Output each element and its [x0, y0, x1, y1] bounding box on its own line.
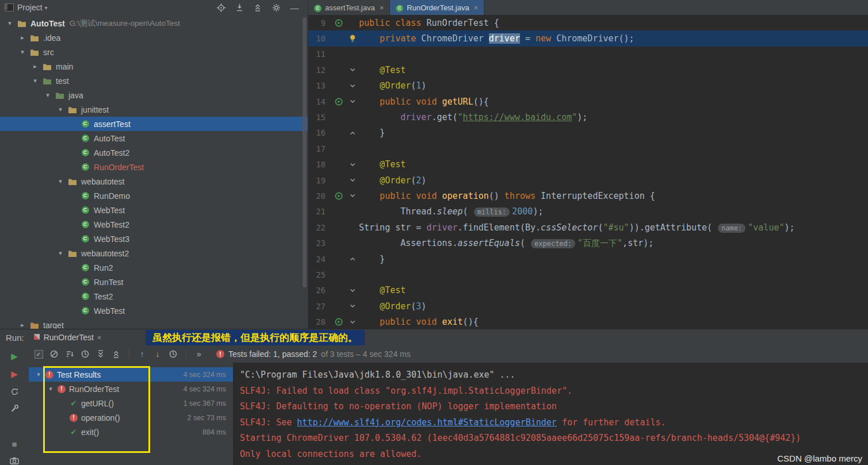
show-passed-checkbox[interactable]: ✓: [33, 349, 44, 359]
tree-item[interactable]: ▾AutoTestG:\测试\measure-open\AutoTest: [0, 16, 308, 30]
tree-item[interactable]: ▾webautotest: [0, 174, 308, 189]
expander-right-icon[interactable]: ▸: [16, 34, 29, 41]
stop-icon[interactable]: ■: [9, 439, 20, 449]
fold-down-icon[interactable]: [346, 178, 359, 182]
tree-item[interactable]: CRun2: [0, 260, 308, 275]
code-line[interactable]: 16}: [308, 125, 868, 141]
code-line[interactable]: 9public class RunOrderTest {: [308, 15, 868, 30]
test-tree-item[interactable]: ▾!Test Results4 sec 324 ms: [29, 367, 233, 382]
fold-down-icon[interactable]: [346, 194, 359, 198]
collapse-all-icon[interactable]: [253, 2, 263, 13]
code-line[interactable]: 26@Test: [308, 283, 868, 298]
tree-item[interactable]: ▾test: [0, 74, 308, 88]
code-line[interactable]: 10private ChromeDriver driver = new Chro…: [308, 30, 868, 46]
close-icon[interactable]: ×: [380, 3, 384, 12]
close-icon[interactable]: ×: [97, 333, 102, 342]
hide-panel-icon[interactable]: —: [289, 2, 300, 13]
fold-up-icon[interactable]: [346, 257, 359, 261]
tree-item[interactable]: ▾src: [0, 45, 308, 59]
code-line[interactable]: 22String str = driver.findElement(By.css…: [308, 220, 868, 235]
fold-down-icon[interactable]: [346, 320, 359, 324]
collapse-all-icon[interactable]: [111, 349, 121, 359]
tree-item[interactable]: ▸target: [0, 318, 308, 330]
sort-by-duration-icon[interactable]: [80, 349, 90, 359]
select-opened-file-icon[interactable]: [216, 2, 226, 13]
tree-item[interactable]: CAutoTest: [0, 131, 308, 145]
code-line[interactable]: 23Assertions.assertEquals( expected:"百度一…: [308, 235, 868, 251]
code-line[interactable]: 24}: [308, 251, 868, 267]
console-link[interactable]: http://www.slf4j.org/codes.html#StaticLo…: [297, 417, 557, 428]
tree-item[interactable]: CAutoTest2: [0, 145, 308, 160]
fold-down-icon[interactable]: [346, 99, 359, 103]
expander-down-icon[interactable]: ▾: [33, 371, 44, 378]
test-tree-item[interactable]: ✔getURL()1 sec 367 ms: [29, 396, 233, 410]
screenshot-icon[interactable]: [9, 456, 20, 465]
run-tab[interactable]: RunOrderTest ×: [33, 333, 102, 342]
expander-down-icon[interactable]: ▾: [54, 249, 67, 257]
code-line[interactable]: 14public void getURL(){: [308, 94, 868, 109]
expander-down-icon[interactable]: ▾: [16, 48, 29, 56]
fold-down-icon[interactable]: [346, 68, 359, 72]
tree-item[interactable]: ▾junittest: [0, 102, 308, 117]
tree-item[interactable]: CTest2: [0, 289, 308, 303]
expand-all-icon[interactable]: [95, 349, 106, 359]
next-failed-icon[interactable]: ↓: [152, 349, 163, 359]
test-history-icon[interactable]: [168, 349, 178, 359]
tool-window-icon[interactable]: [5, 3, 14, 11]
code-line[interactable]: 27@Order(3): [308, 298, 868, 314]
run-test-icon[interactable]: [331, 192, 346, 200]
project-panel-title[interactable]: Project ▾: [17, 3, 48, 12]
tree-item[interactable]: ▸main: [0, 59, 308, 74]
tree-item[interactable]: ▾webautotest2: [0, 246, 308, 260]
code-line[interactable]: 21Thread.sleep( millis:2000);: [308, 204, 868, 220]
code-line[interactable]: 11: [308, 47, 868, 62]
previous-failed-icon[interactable]: ↑: [137, 349, 147, 359]
tree-item[interactable]: CWebTest2: [0, 217, 308, 232]
code-line[interactable]: 18@Test: [308, 157, 868, 172]
run-test-icon[interactable]: [331, 98, 346, 106]
fold-up-icon[interactable]: [346, 131, 359, 135]
settings-gear-icon[interactable]: [271, 2, 281, 13]
code-line[interactable]: 12@Test: [308, 62, 868, 78]
sort-alphabetically-icon[interactable]: [64, 349, 75, 359]
editor-tab[interactable]: CRunOrderTest.java×: [390, 0, 484, 15]
expander-right-icon[interactable]: ▸: [29, 63, 41, 70]
editor-tab[interactable]: CassertTest.java×: [308, 0, 390, 15]
test-tree-item[interactable]: ▾!RunOrderTest4 sec 324 ms: [29, 382, 233, 396]
hide-ignored-icon[interactable]: [49, 349, 59, 359]
more-chevron-icon[interactable]: »: [194, 349, 204, 359]
tree-item[interactable]: CRunTest: [0, 275, 308, 289]
code-line[interactable]: 20public void operation() throws Interru…: [308, 188, 868, 203]
test-tree-item[interactable]: ✔exit()884 ms: [29, 425, 233, 439]
code-line[interactable]: 28public void exit(){: [308, 314, 868, 329]
expander-down-icon[interactable]: ▾: [45, 385, 56, 393]
tree-item[interactable]: CWebTest: [0, 203, 308, 217]
settings-wrench-icon[interactable]: [9, 403, 20, 413]
tree-item[interactable]: CWebTest: [0, 303, 308, 318]
code-line[interactable]: 19@Order(2): [308, 172, 868, 188]
expander-down-icon[interactable]: ▾: [54, 106, 67, 113]
code-line[interactable]: 25: [308, 267, 868, 282]
fold-down-icon[interactable]: [346, 84, 359, 88]
tree-item[interactable]: ▸.idea: [0, 30, 308, 45]
intention-bulb-icon[interactable]: [346, 34, 359, 43]
expander-down-icon[interactable]: ▾: [41, 91, 54, 99]
tree-item[interactable]: CRunDemo: [0, 189, 308, 203]
close-icon[interactable]: ×: [474, 3, 479, 12]
auto-test-icon[interactable]: [9, 387, 20, 396]
code-line[interactable]: 13@Order(1): [308, 78, 868, 94]
fold-down-icon[interactable]: [346, 304, 359, 308]
test-tree-item[interactable]: !operation()2 sec 73 ms: [29, 410, 233, 425]
code-line[interactable]: 15driver.get("https://www.baidu.com");: [308, 109, 868, 125]
run-test-icon[interactable]: [331, 19, 346, 27]
scroll-from-source-icon[interactable]: [234, 2, 244, 13]
fold-down-icon[interactable]: [346, 163, 359, 167]
tree-item[interactable]: CassertTest: [0, 117, 308, 131]
expander-right-icon[interactable]: ▸: [16, 321, 29, 329]
expander-down-icon[interactable]: ▾: [3, 20, 16, 27]
editor[interactable]: 9public class RunOrderTest {10private Ch…: [308, 15, 868, 329]
rerun-icon[interactable]: ▶: [9, 351, 20, 362]
run-test-icon[interactable]: [331, 318, 346, 326]
tree-item[interactable]: CWebTest3: [0, 232, 308, 246]
tree-item[interactable]: ▾java: [0, 88, 308, 102]
